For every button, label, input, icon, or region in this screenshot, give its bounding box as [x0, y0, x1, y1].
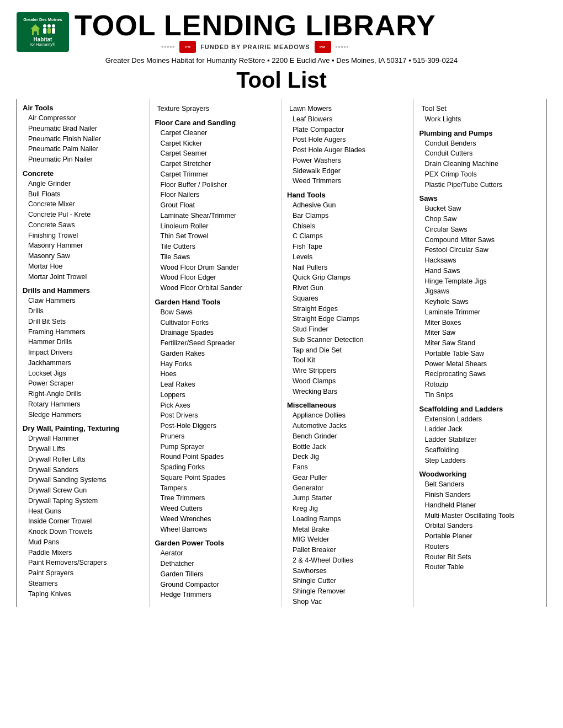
list-item: Tile Cutters: [155, 242, 276, 252]
list-item: MIG Welder: [287, 534, 408, 545]
list-item: Hay Forks: [155, 359, 276, 370]
list-item: Bottle Jack: [287, 442, 408, 452]
list-item: Tampers: [155, 483, 276, 494]
list-item: Pneumatic Brad Nailer: [23, 124, 144, 134]
list-item: Inside Corner Trowel: [23, 516, 144, 527]
list-item: Air Compressor: [23, 113, 144, 124]
list-item: Paint Sprayers: [23, 568, 144, 579]
column-3: Lawn MowersLeaf BlowersPlate CompactorPo…: [282, 99, 414, 607]
list-item: Appliance Dollies: [287, 410, 408, 421]
list-item: Steamers: [23, 579, 144, 589]
list-item: Belt Sanders: [419, 479, 541, 490]
address-line: Greater Des Moines Habitat for Humanity …: [17, 56, 546, 65]
list-item: Ground Compactor: [155, 580, 276, 590]
list-item: Hinge Template Jigs: [419, 276, 541, 287]
list-item: Kreg Jig: [287, 504, 408, 514]
logo-figures: [30, 24, 56, 36]
list-item: Wrecking Bars: [287, 387, 408, 397]
list-item: Multi-Master Oscillating Tools: [419, 511, 541, 521]
list-item: Drywall Screw Gun: [23, 485, 144, 496]
list-item: Scaffolding: [419, 445, 541, 456]
list-item: Router Bit Sets: [419, 552, 541, 563]
list-item: Jigsaws: [419, 286, 541, 297]
svg-point-7: [52, 24, 55, 28]
list-item: Spading Forks: [155, 462, 276, 473]
list-item: Pick Axes: [155, 400, 276, 411]
list-item: Hammer Drills: [23, 337, 144, 347]
list-item: Miter Boxes: [419, 318, 541, 328]
column-2: Texture SprayersFloor Care and SandingCa…: [150, 99, 282, 607]
svg-point-3: [43, 24, 46, 28]
list-item: Dethatcher: [155, 559, 276, 569]
list-item: Conduit Benders: [419, 138, 541, 149]
list-item: Pneumatic Finish Nailer: [23, 134, 144, 144]
list-item: Bar Clamps: [287, 211, 408, 221]
list-item: Paint Removers/Scrapers: [23, 558, 144, 568]
section-title-0-0: Air Tools: [23, 104, 144, 112]
svg-rect-2: [34, 31, 37, 35]
list-item: Floor Buffer / Polisher: [155, 180, 276, 190]
section-title-3-4: Woodworking: [419, 470, 541, 478]
list-item: Shop Vac: [287, 597, 408, 607]
list-item: Wood Floor Orbital Sander: [155, 283, 276, 293]
list-item: Garden Tillers: [155, 569, 276, 580]
section-title-2-0: Lawn Mowers: [287, 104, 408, 114]
section-title-0-1: Concrete: [23, 169, 144, 178]
list-item: Round Point Spades: [155, 452, 276, 462]
list-item: PEX Crimp Tools: [419, 169, 541, 180]
list-item: Wire Strippers: [287, 366, 408, 376]
list-item: Reciprocating Saws: [419, 369, 541, 379]
list-item: Festool Circular Saw: [419, 245, 541, 255]
list-item: Right-Angle Drills: [23, 389, 144, 399]
list-item: Levels: [287, 252, 408, 263]
list-item: Angle Grinder: [23, 179, 144, 189]
funded-label: FUNDED BY PRAIRIE MEADOWS: [200, 44, 310, 50]
list-item: Masonry Saw: [23, 251, 144, 261]
list-item: Chisels: [287, 221, 408, 232]
list-item: Router Table: [419, 562, 541, 572]
list-item: Lockset Jigs: [23, 368, 144, 379]
logo-habitat-text: Habitat: [34, 37, 52, 42]
list-item: Tin Snips: [419, 390, 541, 400]
list-item: Carpet Cleaner: [155, 128, 276, 138]
list-item: Rotozip: [419, 379, 541, 390]
section-title-1-3: Garden Power Tools: [155, 539, 276, 547]
list-item: Fertilizer/Seed Spreader: [155, 338, 276, 349]
list-item: Impact Drivers: [23, 347, 144, 358]
list-item: Finishing Trowel: [23, 231, 144, 241]
list-item: Quick Grip Clamps: [287, 272, 408, 283]
logo-tagline: for Humanity®: [30, 42, 55, 47]
list-item: Knock Down Trowels: [23, 527, 144, 537]
list-item: Jump Starter: [287, 493, 408, 504]
column-1: Air ToolsAir CompressorPneumatic Brad Na…: [17, 99, 150, 607]
list-item: Weed Cutters: [155, 504, 276, 514]
section-title-3-3: Scaffolding and Ladders: [419, 405, 541, 413]
list-item: Post-Hole Diggers: [155, 421, 276, 431]
prairie-logo-left: PM: [179, 41, 196, 53]
list-item: Power Scraper: [23, 378, 144, 389]
list-item: Drywall Taping System: [23, 496, 144, 506]
title-area: TOOL LENDING LIBRARY ----- PM FUNDED BY …: [75, 11, 436, 53]
list-item: Carpet Kicker: [155, 138, 276, 149]
logo-org-name: Greater Des Moines: [23, 17, 62, 23]
list-item: Finish Sanders: [419, 490, 541, 500]
list-item: Grout Float: [155, 200, 276, 211]
list-item: Loading Ramps: [287, 514, 408, 524]
header: Greater Des Moines: [17, 11, 546, 53]
list-item: Wood Floor Drum Sander: [155, 263, 276, 273]
dashes-right: -----: [336, 43, 349, 51]
svg-marker-0: [30, 24, 40, 29]
list-item: Wood Clamps: [287, 376, 408, 387]
list-item: 2 & 4-Wheel Dollies: [287, 555, 408, 566]
list-item: Sawhorses: [287, 566, 408, 576]
svg-point-5: [47, 24, 51, 28]
list-item: Pump Sprayer: [155, 442, 276, 452]
list-item: Drywall Lifts: [23, 444, 144, 454]
dashes-left: -----: [161, 43, 175, 51]
list-item: Shingle Cutter: [287, 576, 408, 586]
list-item: Hedge Trimmers: [155, 590, 276, 600]
list-item: Mortar Hoe: [23, 261, 144, 272]
list-item: Rivet Gun: [287, 283, 408, 293]
list-item: Tool Kit: [287, 355, 408, 366]
list-item: Drainage Spades: [155, 328, 276, 338]
